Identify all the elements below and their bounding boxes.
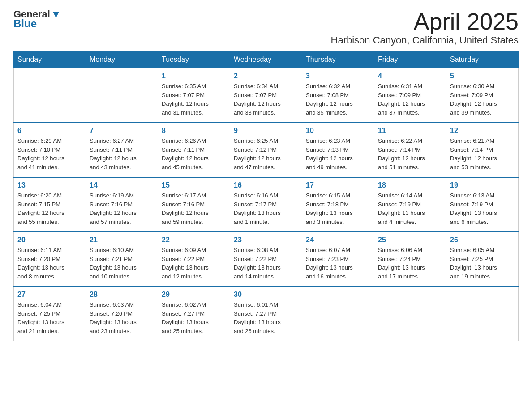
calendar-cell: 16Sunrise: 6:16 AM Sunset: 7:17 PM Dayli… [230,177,302,232]
week-row-4: 20Sunrise: 6:11 AM Sunset: 7:20 PM Dayli… [14,232,519,287]
week-row-1: 1Sunrise: 6:35 AM Sunset: 7:07 PM Daylig… [14,68,519,123]
day-info: Sunrise: 6:05 AM Sunset: 7:25 PM Dayligh… [450,246,515,281]
day-number: 1 [162,72,226,80]
weekday-header-friday: Friday [374,51,446,68]
day-number: 29 [162,291,226,299]
calendar-cell: 18Sunrise: 6:14 AM Sunset: 7:19 PM Dayli… [374,177,446,232]
day-info: Sunrise: 6:27 AM Sunset: 7:11 PM Dayligh… [90,137,154,171]
page-subtitle: Harbison Canyon, California, United Stat… [331,34,519,46]
calendar-cell: 30Sunrise: 6:01 AM Sunset: 7:27 PM Dayli… [230,287,302,341]
calendar-cell: 11Sunrise: 6:22 AM Sunset: 7:14 PM Dayli… [374,123,446,177]
day-number: 14 [90,181,154,189]
calendar-cell: 25Sunrise: 6:06 AM Sunset: 7:24 PM Dayli… [374,232,446,287]
day-number: 28 [90,291,154,299]
logo-blue: Blue [13,18,37,30]
day-number: 18 [378,181,442,189]
calendar-cell: 6Sunrise: 6:29 AM Sunset: 7:10 PM Daylig… [14,123,86,177]
calendar-cell: 14Sunrise: 6:19 AM Sunset: 7:16 PM Dayli… [86,177,158,232]
day-info: Sunrise: 6:13 AM Sunset: 7:19 PM Dayligh… [450,191,515,226]
day-number: 19 [450,181,515,189]
weekday-header-saturday: Saturday [446,51,519,68]
day-info: Sunrise: 6:32 AM Sunset: 7:08 PM Dayligh… [306,82,370,117]
day-number: 9 [234,127,298,135]
day-info: Sunrise: 6:20 AM Sunset: 7:15 PM Dayligh… [17,191,82,226]
day-info: Sunrise: 6:06 AM Sunset: 7:24 PM Dayligh… [378,246,442,281]
calendar-table: SundayMondayTuesdayWednesdayThursdayFrid… [13,51,519,341]
logo: General Blue [13,9,61,30]
calendar-cell: 5Sunrise: 6:30 AM Sunset: 7:09 PM Daylig… [446,68,519,123]
weekday-header-tuesday: Tuesday [158,51,230,68]
day-number: 16 [234,181,298,189]
day-info: Sunrise: 6:26 AM Sunset: 7:11 PM Dayligh… [162,137,226,171]
day-number: 2 [234,72,298,80]
logo-arrow-icon [51,10,61,20]
day-number: 20 [17,236,82,244]
weekday-header-monday: Monday [86,51,158,68]
calendar-cell: 28Sunrise: 6:03 AM Sunset: 7:26 PM Dayli… [86,287,158,341]
day-number: 26 [450,236,515,244]
day-number: 24 [306,236,370,244]
day-number: 11 [378,127,442,135]
day-info: Sunrise: 6:17 AM Sunset: 7:16 PM Dayligh… [162,191,226,226]
day-info: Sunrise: 6:11 AM Sunset: 7:20 PM Dayligh… [17,246,82,281]
day-info: Sunrise: 6:31 AM Sunset: 7:09 PM Dayligh… [378,82,442,117]
day-info: Sunrise: 6:30 AM Sunset: 7:09 PM Dayligh… [450,82,515,117]
calendar-cell: 27Sunrise: 6:04 AM Sunset: 7:25 PM Dayli… [14,287,86,341]
weekday-header-row: SundayMondayTuesdayWednesdayThursdayFrid… [14,51,519,68]
day-info: Sunrise: 6:29 AM Sunset: 7:10 PM Dayligh… [17,137,82,171]
day-number: 5 [450,72,515,80]
day-info: Sunrise: 6:03 AM Sunset: 7:26 PM Dayligh… [90,300,154,335]
day-info: Sunrise: 6:21 AM Sunset: 7:14 PM Dayligh… [450,137,515,171]
week-row-5: 27Sunrise: 6:04 AM Sunset: 7:25 PM Dayli… [14,287,519,341]
day-info: Sunrise: 6:23 AM Sunset: 7:13 PM Dayligh… [306,137,370,171]
weekday-header-thursday: Thursday [302,51,374,68]
day-number: 21 [90,236,154,244]
day-number: 15 [162,181,226,189]
day-info: Sunrise: 6:19 AM Sunset: 7:16 PM Dayligh… [90,191,154,226]
weekday-header-wednesday: Wednesday [230,51,302,68]
page-header: General Blue April 2025 Harbison Canyon,… [13,9,519,46]
calendar-cell: 1Sunrise: 6:35 AM Sunset: 7:07 PM Daylig… [158,68,230,123]
calendar-cell: 19Sunrise: 6:13 AM Sunset: 7:19 PM Dayli… [446,177,519,232]
day-number: 30 [234,291,298,299]
day-info: Sunrise: 6:02 AM Sunset: 7:27 PM Dayligh… [162,300,226,335]
week-row-2: 6Sunrise: 6:29 AM Sunset: 7:10 PM Daylig… [14,123,519,177]
day-info: Sunrise: 6:16 AM Sunset: 7:17 PM Dayligh… [234,191,298,226]
day-info: Sunrise: 6:35 AM Sunset: 7:07 PM Dayligh… [162,82,226,117]
day-info: Sunrise: 6:01 AM Sunset: 7:27 PM Dayligh… [234,300,298,335]
calendar-cell: 22Sunrise: 6:09 AM Sunset: 7:22 PM Dayli… [158,232,230,287]
day-info: Sunrise: 6:09 AM Sunset: 7:22 PM Dayligh… [162,246,226,281]
day-number: 10 [306,127,370,135]
day-info: Sunrise: 6:08 AM Sunset: 7:22 PM Dayligh… [234,246,298,281]
day-number: 4 [378,72,442,80]
calendar-cell: 23Sunrise: 6:08 AM Sunset: 7:22 PM Dayli… [230,232,302,287]
calendar-cell: 9Sunrise: 6:25 AM Sunset: 7:12 PM Daylig… [230,123,302,177]
calendar-cell: 29Sunrise: 6:02 AM Sunset: 7:27 PM Dayli… [158,287,230,341]
week-row-3: 13Sunrise: 6:20 AM Sunset: 7:15 PM Dayli… [14,177,519,232]
calendar-cell [302,287,374,341]
day-number: 23 [234,236,298,244]
calendar-cell: 13Sunrise: 6:20 AM Sunset: 7:15 PM Dayli… [14,177,86,232]
day-number: 12 [450,127,515,135]
day-number: 8 [162,127,226,135]
calendar-cell: 8Sunrise: 6:26 AM Sunset: 7:11 PM Daylig… [158,123,230,177]
day-number: 7 [90,127,154,135]
calendar-cell: 7Sunrise: 6:27 AM Sunset: 7:11 PM Daylig… [86,123,158,177]
title-block: April 2025 Harbison Canyon, California, … [331,9,519,46]
calendar-cell [86,68,158,123]
page-title: April 2025 [331,9,519,34]
calendar-cell: 2Sunrise: 6:34 AM Sunset: 7:07 PM Daylig… [230,68,302,123]
weekday-header-sunday: Sunday [14,51,86,68]
calendar-cell: 4Sunrise: 6:31 AM Sunset: 7:09 PM Daylig… [374,68,446,123]
calendar-cell: 21Sunrise: 6:10 AM Sunset: 7:21 PM Dayli… [86,232,158,287]
calendar-cell: 26Sunrise: 6:05 AM Sunset: 7:25 PM Dayli… [446,232,519,287]
svg-marker-0 [53,12,59,18]
day-info: Sunrise: 6:04 AM Sunset: 7:25 PM Dayligh… [17,300,82,335]
day-info: Sunrise: 6:25 AM Sunset: 7:12 PM Dayligh… [234,137,298,171]
calendar-cell: 15Sunrise: 6:17 AM Sunset: 7:16 PM Dayli… [158,177,230,232]
calendar-cell [374,287,446,341]
calendar-cell: 10Sunrise: 6:23 AM Sunset: 7:13 PM Dayli… [302,123,374,177]
day-number: 22 [162,236,226,244]
calendar-cell [14,68,86,123]
day-number: 6 [17,127,82,135]
